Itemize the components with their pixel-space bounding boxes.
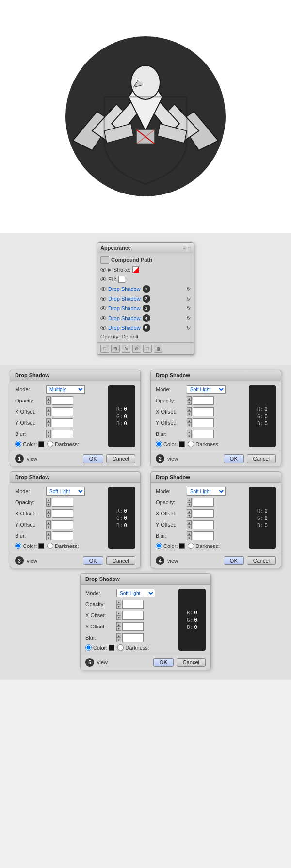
down-arrow[interactable]: ▼: [46, 423, 51, 427]
blur-input-3[interactable]: 0 px: [52, 531, 73, 540]
color-radio-input-5[interactable]: [85, 644, 92, 651]
ok-btn-2[interactable]: OK: [224, 454, 244, 463]
drop-shadow-link-3[interactable]: Drop Shadow: [108, 305, 141, 311]
darkness-radio-input-3[interactable]: [47, 543, 53, 549]
up-arrow[interactable]: ▲: [46, 396, 51, 401]
y-spinner-2[interactable]: ▲ ▼: [187, 418, 192, 427]
blur-input-1[interactable]: 0 px: [52, 430, 73, 438]
down-arrow[interactable]: ▼: [46, 401, 51, 405]
up-arrow[interactable]: ▲: [46, 509, 51, 514]
color-radio-input-2[interactable]: [156, 441, 162, 447]
y-input-4[interactable]: 2 px: [193, 520, 214, 529]
opacity-spinner-3[interactable]: ▲ ▼: [46, 498, 51, 507]
down-arrow[interactable]: ▼: [116, 638, 121, 642]
x-spinner-2[interactable]: ▲ ▼: [187, 407, 192, 416]
down-arrow[interactable]: ▼: [116, 627, 121, 631]
blur-spinner-4[interactable]: ▲ ▼: [187, 531, 192, 540]
up-arrow[interactable]: ▲: [187, 520, 192, 525]
color-swatch-2[interactable]: [179, 441, 185, 447]
up-arrow[interactable]: ▲: [187, 396, 192, 401]
cancel-btn-3[interactable]: Cancel: [106, 556, 135, 565]
y-input-1[interactable]: -1 px: [52, 418, 73, 427]
new-item-btn[interactable]: □: [143, 345, 152, 353]
fx-btn[interactable]: fx: [122, 345, 130, 353]
blur-spinner-3[interactable]: ▲ ▼: [46, 531, 51, 540]
down-arrow[interactable]: ▼: [187, 514, 192, 518]
up-arrow[interactable]: ▲: [46, 520, 51, 525]
ok-btn-5[interactable]: OK: [153, 658, 174, 667]
color-radio-1[interactable]: Color:: [15, 441, 44, 447]
fill-swatch[interactable]: [118, 276, 125, 283]
duplicate-btn[interactable]: ⊞: [111, 345, 120, 353]
up-arrow[interactable]: ▲: [116, 600, 121, 604]
menu-icon[interactable]: ≡: [188, 245, 191, 251]
y-spinner-5[interactable]: ▲ ▼: [116, 622, 121, 631]
down-arrow[interactable]: ▼: [187, 434, 192, 438]
blur-spinner-2[interactable]: ▲ ▼: [187, 430, 192, 438]
down-arrow[interactable]: ▼: [116, 604, 121, 609]
x-spinner-1[interactable]: ▲ ▼: [46, 407, 51, 416]
color-radio-input-4[interactable]: [156, 543, 162, 549]
down-arrow[interactable]: ▼: [187, 525, 192, 529]
up-arrow[interactable]: ▲: [46, 418, 51, 423]
blur-input-4[interactable]: 0 px: [193, 531, 214, 540]
drop-shadow-link-2[interactable]: Drop Shadow: [108, 296, 141, 302]
mode-select-5[interactable]: Soft Light: [116, 589, 155, 597]
x-spinner-3[interactable]: ▲ ▼: [46, 509, 51, 518]
color-swatch-4[interactable]: [179, 543, 185, 549]
delete-btn[interactable]: ⊘: [132, 345, 141, 353]
visibility-toggle[interactable]: [100, 256, 109, 264]
eye-icon-5[interactable]: [100, 326, 106, 330]
eye-icon-1[interactable]: [100, 287, 106, 291]
down-arrow[interactable]: ▼: [116, 615, 121, 620]
trash-btn[interactable]: 🗑: [154, 345, 162, 353]
opacity-input-3[interactable]: 20%: [52, 498, 73, 507]
color-radio-2[interactable]: Color:: [156, 441, 185, 447]
color-swatch-5[interactable]: [109, 645, 114, 651]
color-radio-5[interactable]: Color:: [85, 644, 114, 651]
mode-select-1[interactable]: Multiply: [46, 385, 85, 394]
color-radio-input-3[interactable]: [15, 543, 21, 549]
x-input-4[interactable]: 0 px: [193, 509, 214, 518]
down-arrow[interactable]: ▼: [46, 434, 51, 438]
cancel-btn-4[interactable]: Cancel: [247, 556, 276, 565]
color-radio-4[interactable]: Color:: [156, 543, 185, 549]
eye-icon-2[interactable]: [100, 297, 106, 301]
drop-shadow-link-5[interactable]: Drop Shadow: [108, 325, 141, 331]
darkness-radio-input-1[interactable]: [47, 441, 53, 447]
color-swatch-1[interactable]: [38, 441, 44, 447]
up-arrow[interactable]: ▲: [46, 407, 51, 412]
drop-shadow-link-4[interactable]: Drop Shadow: [108, 315, 141, 321]
down-arrow[interactable]: ▼: [46, 525, 51, 529]
opacity-input-5[interactable]: 20%: [122, 600, 144, 609]
darkness-radio-1[interactable]: Darkness:: [47, 441, 79, 447]
ok-btn-4[interactable]: OK: [224, 556, 244, 565]
cancel-btn-2[interactable]: Cancel: [247, 454, 276, 463]
new-layer-btn[interactable]: □: [100, 345, 109, 353]
mode-select-2[interactable]: Soft Light: [187, 385, 226, 394]
darkness-radio-input-4[interactable]: [188, 543, 194, 549]
down-arrow[interactable]: ▼: [46, 412, 51, 416]
x-input-1[interactable]: 0 px: [52, 407, 73, 416]
opacity-spinner-2[interactable]: ▲ ▼: [187, 396, 192, 405]
x-input-5[interactable]: 0 px: [122, 611, 144, 620]
x-spinner-5[interactable]: ▲ ▼: [116, 611, 121, 620]
ok-btn-1[interactable]: OK: [83, 454, 103, 463]
y-spinner-1[interactable]: ▲ ▼: [46, 418, 51, 427]
eye-icon-3[interactable]: [100, 306, 106, 310]
expand-stroke[interactable]: ▶: [108, 267, 112, 272]
up-arrow[interactable]: ▲: [187, 430, 192, 434]
darkness-radio-2[interactable]: Darkness:: [188, 441, 220, 447]
down-arrow[interactable]: ▼: [187, 401, 192, 405]
up-arrow[interactable]: ▲: [46, 531, 51, 536]
down-arrow[interactable]: ▼: [46, 502, 51, 507]
up-arrow[interactable]: ▲: [116, 622, 121, 627]
blur-spinner-5[interactable]: ▲ ▼: [116, 633, 121, 642]
up-arrow[interactable]: ▲: [116, 633, 121, 638]
mode-select-4[interactable]: Soft Light: [187, 487, 226, 496]
blur-input-5[interactable]: 5 px: [122, 633, 144, 642]
darkness-radio-3[interactable]: Darkness:: [47, 543, 79, 549]
y-input-5[interactable]: 2 px: [122, 622, 144, 631]
up-arrow[interactable]: ▲: [187, 531, 192, 536]
opacity-input-2[interactable]: 30%: [193, 396, 214, 405]
